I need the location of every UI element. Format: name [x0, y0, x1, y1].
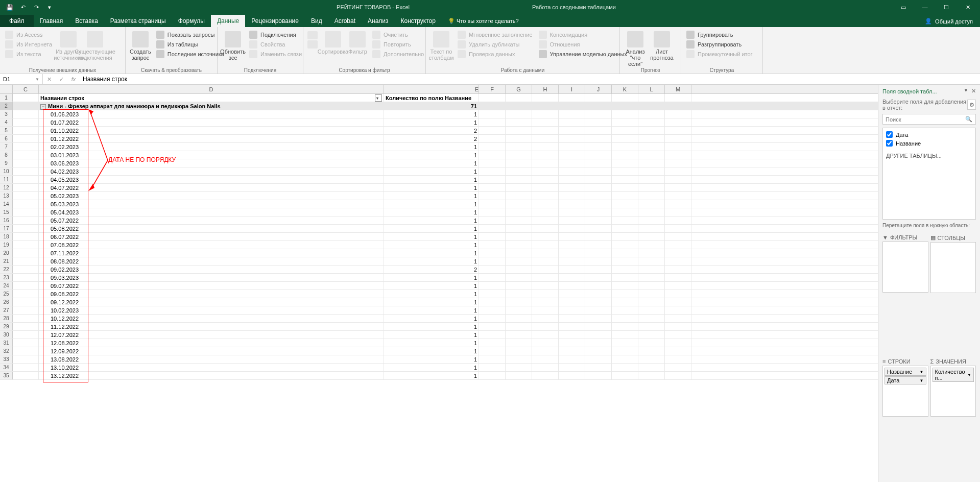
cell[interactable]: 1 — [384, 200, 479, 208]
cell[interactable]: 1 — [384, 331, 479, 339]
cell[interactable] — [585, 298, 612, 306]
cell[interactable]: 1 — [384, 274, 479, 281]
cell[interactable] — [559, 192, 585, 200]
cell[interactable] — [612, 331, 638, 339]
cell[interactable] — [13, 249, 39, 257]
select-all-corner[interactable] — [0, 85, 13, 93]
cell[interactable] — [585, 347, 612, 355]
row-header[interactable]: 32 — [0, 347, 13, 355]
row-header[interactable]: 2 — [0, 102, 13, 110]
cell[interactable] — [559, 208, 585, 216]
cell[interactable] — [638, 176, 665, 183]
cell[interactable]: 2 — [384, 127, 479, 134]
cell[interactable] — [13, 339, 39, 347]
cell[interactable] — [532, 282, 559, 290]
cell[interactable] — [665, 249, 691, 257]
cell[interactable] — [638, 225, 665, 232]
cell[interactable]: 05.08.2022 — [39, 225, 384, 232]
cell[interactable] — [479, 135, 506, 142]
cell[interactable] — [665, 216, 691, 224]
row-header[interactable]: 14 — [0, 200, 13, 208]
cell[interactable] — [559, 266, 585, 273]
cell[interactable] — [585, 118, 612, 126]
cell[interactable] — [506, 339, 532, 347]
cell[interactable] — [532, 372, 559, 379]
cell[interactable] — [13, 94, 39, 102]
cell[interactable] — [612, 151, 638, 159]
cell[interactable] — [665, 241, 691, 249]
cell[interactable]: 1 — [384, 143, 479, 151]
grid-row[interactable]: 16 05.07.2022 1 — [0, 216, 878, 225]
cell[interactable]: 1 — [384, 298, 479, 306]
cell[interactable] — [665, 94, 691, 102]
cell[interactable] — [559, 233, 585, 240]
cell[interactable] — [585, 192, 612, 200]
cell[interactable] — [638, 233, 665, 240]
cell[interactable] — [612, 216, 638, 224]
cell[interactable] — [559, 143, 585, 151]
cell[interactable] — [506, 151, 532, 159]
cell[interactable] — [479, 192, 506, 200]
row-header[interactable]: 29 — [0, 323, 13, 330]
cell[interactable] — [638, 331, 665, 339]
cell[interactable] — [585, 274, 612, 281]
row-header[interactable]: 8 — [0, 151, 13, 159]
cell[interactable]: 1 — [384, 306, 479, 314]
cell[interactable] — [13, 282, 39, 290]
cell[interactable] — [612, 184, 638, 191]
cell[interactable]: 1 — [384, 233, 479, 240]
cell[interactable] — [13, 274, 39, 281]
cell[interactable]: 05.04.2023 — [39, 208, 384, 216]
cell[interactable] — [559, 127, 585, 134]
worksheet[interactable]: C D E F G H I J K L M 1 Названия строк К… — [0, 85, 878, 482]
cell[interactable] — [585, 208, 612, 216]
cell[interactable]: 01.07.2022 — [39, 118, 384, 126]
group-button[interactable]: Группировать — [684, 30, 755, 39]
cell[interactable]: 07.08.2022 — [39, 241, 384, 249]
cell[interactable] — [479, 208, 506, 216]
row-header[interactable]: 12 — [0, 184, 13, 191]
cell[interactable] — [585, 372, 612, 379]
cell[interactable] — [638, 315, 665, 322]
field-checkbox[interactable] — [886, 131, 893, 138]
cell[interactable] — [559, 167, 585, 175]
cell[interactable]: 09.12.2022 — [39, 298, 384, 306]
grid-row[interactable]: 13 05.02.2023 1 — [0, 192, 878, 200]
cell[interactable] — [612, 127, 638, 134]
connections-button[interactable]: Подключения — [247, 30, 304, 39]
cell[interactable] — [479, 143, 506, 151]
cell[interactable] — [559, 323, 585, 330]
cell[interactable] — [532, 127, 559, 134]
cell[interactable] — [585, 127, 612, 134]
cell[interactable] — [612, 110, 638, 118]
cell[interactable] — [479, 233, 506, 240]
cell[interactable] — [612, 372, 638, 379]
cell[interactable] — [612, 94, 638, 102]
cell[interactable]: 1 — [384, 347, 479, 355]
col-header[interactable]: H — [532, 85, 559, 93]
grid-row[interactable]: 4 01.07.2022 1 — [0, 118, 878, 127]
cell[interactable]: 11.12.2022 — [39, 323, 384, 330]
cell[interactable] — [585, 315, 612, 322]
ribbon-options-icon[interactable]: ▭ — [893, 0, 914, 14]
cell[interactable] — [665, 118, 691, 126]
row-header[interactable]: 11 — [0, 176, 13, 183]
pane-close-icon[interactable]: ✕ — [971, 88, 976, 94]
cell[interactable] — [612, 257, 638, 265]
cell[interactable] — [585, 233, 612, 240]
accept-formula-icon[interactable]: ✓ — [57, 76, 65, 83]
cell[interactable] — [506, 298, 532, 306]
cell[interactable] — [532, 110, 559, 118]
cell[interactable]: 01.12.2022 — [39, 135, 384, 142]
cell[interactable] — [665, 355, 691, 363]
cell[interactable] — [13, 266, 39, 273]
field-item[interactable]: Дата — [885, 130, 973, 139]
cell[interactable] — [532, 257, 559, 265]
cell[interactable] — [506, 249, 532, 257]
cell[interactable] — [506, 233, 532, 240]
cell[interactable] — [559, 118, 585, 126]
cell[interactable] — [532, 290, 559, 298]
cell[interactable] — [585, 331, 612, 339]
cell[interactable] — [559, 290, 585, 298]
cell[interactable] — [13, 331, 39, 339]
